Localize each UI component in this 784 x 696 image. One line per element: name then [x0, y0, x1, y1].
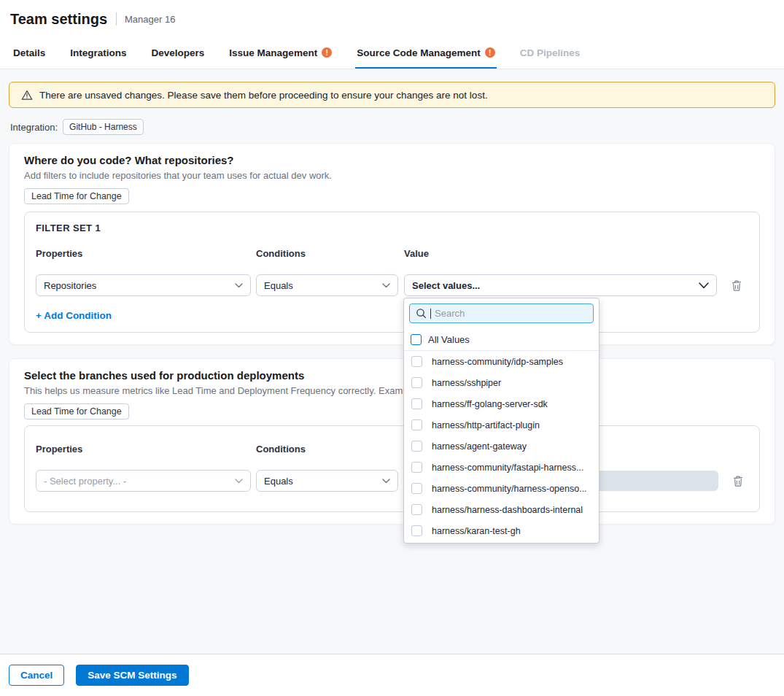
option-label: harness-community/fastapi-harness...: [432, 463, 583, 473]
option-label: harness-community/harness-openso...: [432, 484, 587, 494]
dropdown-search-input[interactable]: Search: [409, 303, 594, 323]
lead-time-tag: Lead Time for Change: [24, 403, 129, 419]
search-placeholder: Search: [435, 308, 465, 319]
filter-row: Repositories Equals Select values...: [36, 274, 748, 296]
dropdown-option-clipped[interactable]: harness/fastapi-test-gh-widgets: [404, 541, 599, 544]
branches-section-card: Select the branches used for production …: [9, 358, 775, 525]
unsaved-changes-banner: There are unsaved changes. Please save t…: [9, 82, 775, 108]
page-header: Team settings Manager 16: [0, 0, 784, 38]
tab-label: Integrations: [70, 47, 126, 58]
team-settings-page: Team settings Manager 16 Details Integra…: [0, 0, 784, 696]
option-checkbox[interactable]: [411, 398, 422, 409]
dropdown-option[interactable]: harness-community/idp-samples: [404, 351, 599, 372]
repositories-section-subtitle: Add filters to include repositories that…: [24, 170, 760, 181]
value-multiselect[interactable]: Select values...: [404, 274, 717, 296]
option-checkbox[interactable]: [411, 504, 422, 515]
lead-time-tag: Lead Time for Change: [24, 188, 129, 204]
warning-triangle-icon: [21, 90, 33, 101]
delete-filter-button[interactable]: [731, 278, 742, 293]
filter-column-labels: Properties Conditions Value: [36, 248, 748, 259]
option-label: harness/karan-test-gh: [432, 526, 521, 536]
title-divider: [116, 12, 117, 26]
condition-select[interactable]: Equals: [256, 274, 398, 296]
dropdown-option[interactable]: harness/agent-gateway: [404, 436, 599, 457]
property-select[interactable]: Repositories: [36, 274, 251, 296]
branch-filter-set: Properties Conditions - Select property.…: [24, 425, 760, 512]
tab-cd-pipelines: CD Pipelines: [519, 38, 582, 69]
option-label: harness/sshpiper: [432, 378, 501, 388]
save-scm-settings-button[interactable]: Save SCM Settings: [76, 665, 188, 686]
dropdown-option[interactable]: harness-community/fastapi-harness...: [404, 457, 599, 478]
option-label: harness/http-artifact-plugin: [432, 420, 540, 430]
option-checkbox[interactable]: [411, 441, 422, 452]
value-dropdown-panel: Search All Values harness-community/idp-…: [403, 298, 599, 544]
tab-label: Details: [13, 47, 45, 58]
tab-label: Source Code Management: [357, 47, 481, 58]
all-values-label: All Values: [428, 334, 470, 345]
tab-label: Developers: [152, 47, 205, 58]
filter-row: - Select property... - Equals: [36, 470, 748, 492]
filter-set-1: FILTER SET 1 Properties Conditions Value…: [24, 212, 760, 333]
option-checkbox[interactable]: [411, 356, 422, 367]
option-label: harness/harness-dashboards-internal: [432, 505, 583, 515]
value-column-label: Value: [404, 248, 717, 259]
conditions-column-label: Conditions: [256, 248, 398, 259]
text-cursor: [430, 309, 431, 319]
condition-select-value: Equals: [264, 476, 293, 487]
page-title: Team settings: [10, 11, 107, 28]
cancel-button[interactable]: Cancel: [9, 665, 64, 686]
integration-label: Integration:: [10, 122, 58, 133]
chevron-down-icon: [699, 282, 709, 289]
condition-select-value: Equals: [264, 280, 293, 291]
option-checkbox[interactable]: [411, 525, 422, 536]
tab-bar: Details Integrations Developers Issue Ma…: [0, 38, 784, 69]
property-select-value: Repositories: [44, 280, 96, 291]
tab-developers[interactable]: Developers: [150, 38, 206, 69]
dropdown-option[interactable]: harness/http-artifact-plugin: [404, 414, 599, 436]
add-condition-link[interactable]: + Add Condition: [36, 310, 112, 321]
dropdown-option[interactable]: harness/sshpiper: [404, 372, 599, 393]
branches-section-subtitle: This helps us measure metrics like Lead …: [24, 385, 760, 396]
filter-column-labels: Properties Conditions: [36, 444, 748, 455]
option-label: harness-community/idp-samples: [432, 357, 563, 367]
option-checkbox[interactable]: [411, 377, 422, 388]
warning-badge-icon: !: [485, 47, 495, 58]
dropdown-option[interactable]: harness/harness-dashboards-internal: [404, 499, 599, 520]
all-values-option[interactable]: All Values: [404, 328, 599, 351]
delete-filter-button[interactable]: [732, 473, 744, 488]
value-select-placeholder: Select values...: [412, 280, 480, 291]
tab-integrations[interactable]: Integrations: [69, 38, 128, 69]
tab-label: Issue Management: [229, 47, 317, 58]
tab-details[interactable]: Details: [12, 38, 47, 69]
dropdown-option[interactable]: harness-community/harness-openso...: [404, 478, 599, 499]
property-select[interactable]: - Select property... -: [36, 470, 251, 492]
chevron-down-icon: [235, 283, 243, 288]
integration-row: Integration: GitHub - Harness: [10, 119, 775, 135]
banner-text: There are unsaved changes. Please save t…: [39, 90, 488, 101]
conditions-column-label: Conditions: [256, 444, 398, 455]
option-checkbox[interactable]: [411, 419, 422, 430]
warning-badge-icon: !: [322, 47, 332, 58]
option-label: harness/agent-gateway: [432, 441, 527, 452]
tab-issue-management[interactable]: Issue Management !: [228, 38, 333, 69]
option-label: harness/ff-golang-server-sdk: [432, 399, 548, 409]
branches-section-title: Select the branches used for production …: [24, 369, 760, 382]
tab-label: CD Pipelines: [520, 47, 581, 58]
repositories-section-title: Where do you code? What repositories?: [24, 154, 760, 166]
all-values-checkbox[interactable]: [411, 334, 422, 345]
chevron-down-icon: [235, 479, 243, 484]
option-checkbox[interactable]: [411, 462, 422, 473]
team-name: Manager 16: [125, 14, 175, 25]
tab-source-code-management[interactable]: Source Code Management !: [355, 38, 497, 69]
dropdown-option[interactable]: harness/ff-golang-server-sdk: [404, 393, 599, 414]
properties-column-label: Properties: [36, 248, 251, 259]
properties-column-label: Properties: [36, 444, 251, 455]
footer-bar: Cancel Save SCM Settings: [0, 654, 784, 696]
condition-select[interactable]: Equals: [256, 470, 398, 492]
option-checkbox[interactable]: [411, 483, 422, 494]
property-select-placeholder: - Select property... -: [44, 476, 126, 487]
dropdown-option[interactable]: harness/karan-test-gh: [404, 520, 599, 541]
repositories-section-card: Where do you code? What repositories? Ad…: [9, 143, 775, 345]
integration-chip: GitHub - Harness: [63, 119, 144, 135]
chevron-down-icon: [382, 479, 390, 484]
